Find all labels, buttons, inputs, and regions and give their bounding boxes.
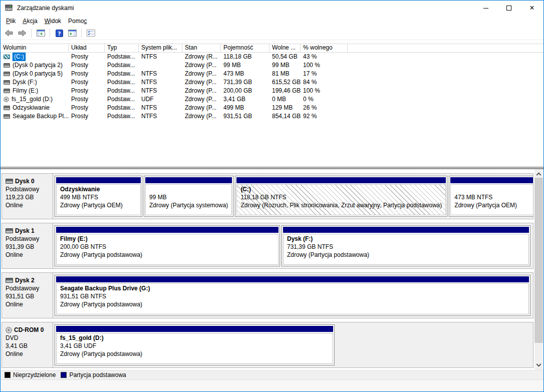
col-uklad[interactable]: Układ	[69, 44, 105, 53]
cell-status: Zdrowy (P...	[182, 70, 221, 78]
partition-filmy-e[interactable]: Filmy (E:) 200,00 GB NTFS Zdrowy (Partyc…	[55, 225, 280, 266]
volume-name: (Dysk 0 partycja 2)	[13, 61, 63, 70]
partition-c-selected[interactable]: (C:) 118,18 GB NTFS Zdrowy (Rozruch, Pli…	[235, 176, 447, 217]
partition-odzyskiwanie[interactable]: Odzyskiwanie 499 MB NTFS Zdrowy (Partycj…	[55, 176, 142, 217]
cell-status: Zdrowy (P...	[182, 87, 221, 95]
primary-partition-bar	[283, 227, 529, 233]
disk2-header[interactable]: Dysk 2 Podstawowy 931,51 GB Online	[2, 273, 53, 318]
cell-status: Zdrowy (R...	[182, 53, 221, 61]
unallocated-swatch	[5, 372, 11, 378]
disk-management-window: Zarządzanie dyskami × Plik Akcja Widok P…	[0, 0, 544, 392]
cell-type: Podstaw...	[105, 112, 139, 121]
cd-icon	[6, 327, 12, 333]
status-bar	[1, 379, 543, 391]
disk1-header[interactable]: Dysk 1 Podstawowy 931,39 GB Online	[2, 223, 53, 268]
table-row[interactable]: fs_15_gold (D:) Prosty Podstaw... UDF Zd…	[1, 95, 543, 104]
cell-type: Podstaw...	[105, 95, 139, 104]
cell-fs: NTFS	[139, 53, 182, 61]
col-stan[interactable]: Stan	[182, 44, 221, 53]
cell-layout: Prosty	[69, 104, 105, 112]
cell-free-pct: 26 %	[301, 104, 348, 112]
menu-plik[interactable]: Plik	[3, 17, 19, 26]
disk0-header[interactable]: Dysk 0 Podstawowy 119,23 GB Online	[2, 174, 53, 219]
disk-type: Podstawowy	[6, 235, 51, 243]
cell-free: 50,54 GB	[269, 53, 301, 61]
cell-type: Podstaw...	[105, 78, 139, 87]
col-wolumin[interactable]: Wolumin	[1, 44, 69, 53]
partition-seagate-g[interactable]: Seagate Backup Plus Drive (G:) 931,51 GB…	[55, 275, 530, 316]
maximize-button[interactable]	[497, 1, 520, 16]
cell-free: 199,46 GB	[269, 87, 301, 95]
legend-label: Nieprzydzielone	[13, 371, 56, 378]
cell-free: 99 MB	[269, 61, 301, 70]
forward-arrow-icon[interactable]	[17, 28, 28, 39]
back-arrow-icon[interactable]	[4, 28, 15, 39]
table-row-c[interactable]: (C:) Prosty Podstaw... NTFS Zdrowy (R...…	[1, 53, 543, 61]
primary-partition-bar	[236, 177, 446, 183]
scrollbar-thumb[interactable]	[534, 178, 543, 343]
col-system-plikow[interactable]: System plik...	[139, 44, 182, 53]
table-row[interactable]: Seagate Backup Pl... Prosty Podstaw... N…	[1, 112, 543, 121]
primary-partition-bar	[56, 227, 279, 233]
table-row[interactable]: Filmy (E:) Prosty Podstaw... NTFS Zdrowy…	[1, 87, 543, 95]
legend-label: Partycja podstawowa	[69, 371, 126, 378]
primary-partition-bar	[56, 276, 529, 282]
disk-status: Online	[6, 350, 51, 358]
window-title: Zarządzanie dyskami	[17, 5, 74, 12]
col-procent-wolnego[interactable]: % wolnego	[301, 44, 348, 53]
primary-partition-bar	[56, 326, 333, 332]
menu-akcja[interactable]: Akcja	[19, 17, 41, 26]
cell-capacity: 99 MB	[221, 61, 269, 70]
cell-free-pct: 100 %	[301, 61, 348, 70]
cdrom0-header[interactable]: CD-ROM 0 DVD 3,41 GB Online	[2, 322, 53, 367]
table-row[interactable]: Odzyskiwanie Prosty Podstaw... NTFS Zdro…	[1, 104, 543, 112]
cell-capacity: 499 MB	[221, 104, 269, 112]
close-icon: ×	[529, 4, 534, 12]
col-typ[interactable]: Typ	[105, 44, 139, 53]
volume-disk-icon	[4, 80, 10, 85]
vertical-scrollbar[interactable]	[534, 169, 543, 370]
table-row[interactable]: (Dysk 0 partycja 5) Prosty Podstaw... NT…	[1, 70, 543, 78]
table-row[interactable]: (Dysk 0 partycja 2) Prosty Podstaw... Zd…	[1, 61, 543, 70]
primary-partition-bar	[450, 177, 533, 183]
cell-layout: Prosty	[69, 87, 105, 95]
toolbar-separator	[50, 29, 50, 38]
close-button[interactable]: ×	[520, 1, 543, 16]
checklist-icon[interactable]	[85, 28, 96, 39]
cell-fs: NTFS	[139, 104, 182, 112]
scroll-down-button[interactable]	[534, 361, 543, 370]
cell-status: Zdrowy (P...	[182, 61, 221, 70]
cell-capacity: 731,39 GB	[221, 78, 269, 87]
pane-splitter[interactable]	[1, 166, 543, 169]
cell-free: 0 MB	[269, 95, 301, 104]
minimize-button[interactable]	[474, 1, 497, 16]
table-row[interactable]: Dysk (F:) Prosty Podstaw... NTFS Zdrowy …	[1, 78, 543, 87]
legend-unallocated: Nieprzydzielone	[5, 371, 56, 378]
titlebar[interactable]: Zarządzanie dyskami ×	[1, 1, 543, 16]
disk-icon	[6, 228, 13, 233]
disk-icon	[6, 179, 13, 184]
partition-oem[interactable]: 473 MB NTFS Zdrowy (Partycja OEM)	[449, 176, 533, 217]
disk-size: 3,41 GB	[6, 342, 51, 350]
help-icon[interactable]: ?	[54, 28, 65, 39]
partition-fs15gold-d[interactable]: fs_15_gold (D:) 3,41 GB UDF Zdrowy (Part…	[55, 324, 335, 365]
partition-dysk-f[interactable]: Dysk (F:) 731,39 GB NTFS Zdrowy (Partycj…	[282, 225, 530, 266]
scroll-up-button[interactable]	[534, 169, 543, 178]
disk-row-2: Dysk 2 Podstawowy 931,51 GB Online Seaga…	[2, 272, 533, 318]
menu-pomoc[interactable]: Pomoc	[65, 17, 90, 26]
volume-name: Seagate Backup Pl...	[13, 112, 69, 121]
cell-fs: NTFS	[139, 78, 182, 87]
action-pane-icon[interactable]	[67, 28, 78, 39]
menu-widok[interactable]: Widok	[41, 17, 65, 26]
volume-disk-icon-selected	[4, 55, 10, 59]
partition-system[interactable]: 99 MB Zdrowy (Partycja systemowa)	[144, 176, 233, 217]
cell-fs: NTFS	[139, 112, 182, 121]
cell-layout: Prosty	[69, 78, 105, 87]
volume-disk-icon	[4, 63, 10, 68]
col-wolne[interactable]: Wolne ...	[269, 44, 301, 53]
disk-type: Podstawowy	[6, 284, 51, 292]
disk-type: DVD	[6, 334, 51, 342]
disk-type: Podstawowy	[6, 185, 51, 193]
col-pojemnosc[interactable]: Pojemność	[221, 44, 269, 53]
console-tree-icon[interactable]	[35, 28, 46, 39]
